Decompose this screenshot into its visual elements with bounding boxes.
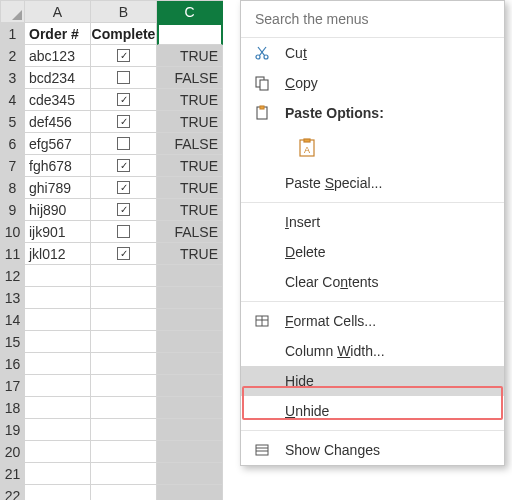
data-cell[interactable]: ijk901 (25, 221, 91, 243)
data-cell[interactable]: abc123 (25, 45, 91, 67)
data-cell[interactable]: TRUE (157, 177, 223, 199)
checkbox-icon[interactable]: ✓ (117, 159, 130, 172)
data-cell[interactable]: FALSE (157, 67, 223, 89)
checkbox-icon[interactable]: ✓ (117, 93, 130, 106)
paste-option-default[interactable]: A (241, 128, 504, 168)
select-all-corner[interactable] (1, 1, 25, 23)
empty-cell[interactable] (25, 287, 91, 309)
row-header[interactable]: 1 (1, 23, 25, 45)
menu-item-unhide[interactable]: Unhide (241, 396, 504, 426)
header-cell[interactable]: Order # (25, 23, 91, 45)
data-cell[interactable]: ghi789 (25, 177, 91, 199)
row-header[interactable]: 18 (1, 397, 25, 419)
checkbox-icon[interactable]: ✓ (117, 181, 130, 194)
empty-cell[interactable] (25, 463, 91, 485)
empty-cell[interactable] (91, 485, 157, 500)
empty-cell[interactable] (157, 485, 223, 500)
row-header[interactable]: 22 (1, 485, 25, 500)
data-cell[interactable]: efg567 (25, 133, 91, 155)
menu-item-show-changes[interactable]: Show Changes (241, 435, 504, 465)
empty-cell[interactable] (25, 353, 91, 375)
empty-cell[interactable] (25, 265, 91, 287)
data-cell[interactable]: bcd234 (25, 67, 91, 89)
checkbox-cell[interactable]: ✓ (91, 111, 157, 133)
checkbox-cell[interactable]: ✓ (91, 177, 157, 199)
checkbox-cell[interactable]: ✓ (91, 45, 157, 67)
checkbox-icon[interactable]: ✓ (117, 247, 130, 260)
empty-cell[interactable] (157, 353, 223, 375)
header-cell[interactable]: Complete (91, 23, 157, 45)
column-header[interactable]: C (157, 1, 223, 23)
row-header[interactable]: 21 (1, 463, 25, 485)
menu-item-paste-special[interactable]: Paste Special... (241, 168, 504, 198)
header-cell[interactable] (157, 23, 223, 45)
row-header[interactable]: 17 (1, 375, 25, 397)
row-header[interactable]: 3 (1, 67, 25, 89)
row-header[interactable]: 6 (1, 133, 25, 155)
row-header[interactable]: 10 (1, 221, 25, 243)
menu-item-format-cells[interactable]: Format Cells... (241, 306, 504, 336)
checkbox-icon[interactable] (117, 137, 130, 150)
column-header[interactable]: B (91, 1, 157, 23)
checkbox-cell[interactable]: ✓ (91, 243, 157, 265)
data-cell[interactable]: TRUE (157, 45, 223, 67)
checkbox-icon[interactable] (117, 225, 130, 238)
empty-cell[interactable] (91, 397, 157, 419)
empty-cell[interactable] (91, 309, 157, 331)
empty-cell[interactable] (91, 353, 157, 375)
data-cell[interactable]: TRUE (157, 111, 223, 133)
empty-cell[interactable] (25, 441, 91, 463)
empty-cell[interactable] (25, 375, 91, 397)
empty-cell[interactable] (25, 331, 91, 353)
checkbox-cell[interactable]: ✓ (91, 89, 157, 111)
menu-item-copy[interactable]: Copy (241, 68, 504, 98)
row-header[interactable]: 15 (1, 331, 25, 353)
checkbox-cell[interactable]: ✓ (91, 199, 157, 221)
menu-item-insert[interactable]: Insert (241, 207, 504, 237)
row-header[interactable]: 20 (1, 441, 25, 463)
checkbox-icon[interactable]: ✓ (117, 203, 130, 216)
checkbox-cell[interactable] (91, 67, 157, 89)
empty-cell[interactable] (157, 441, 223, 463)
empty-cell[interactable] (91, 375, 157, 397)
data-cell[interactable]: TRUE (157, 199, 223, 221)
row-header[interactable]: 11 (1, 243, 25, 265)
checkbox-icon[interactable]: ✓ (117, 49, 130, 62)
empty-cell[interactable] (157, 397, 223, 419)
checkbox-cell[interactable]: ✓ (91, 155, 157, 177)
menu-search-input[interactable] (253, 10, 492, 28)
row-header[interactable]: 16 (1, 353, 25, 375)
empty-cell[interactable] (157, 375, 223, 397)
data-cell[interactable]: TRUE (157, 243, 223, 265)
empty-cell[interactable] (91, 331, 157, 353)
row-header[interactable]: 13 (1, 287, 25, 309)
empty-cell[interactable] (157, 309, 223, 331)
menu-search[interactable] (241, 1, 504, 38)
row-header[interactable]: 12 (1, 265, 25, 287)
row-header[interactable]: 14 (1, 309, 25, 331)
empty-cell[interactable] (25, 485, 91, 500)
row-header[interactable]: 5 (1, 111, 25, 133)
column-header[interactable]: A (25, 1, 91, 23)
row-header[interactable]: 19 (1, 419, 25, 441)
spreadsheet-grid[interactable]: ABC1Order #Complete2abc123✓TRUE3bcd234FA… (0, 0, 223, 500)
row-header[interactable]: 8 (1, 177, 25, 199)
menu-item-column-width[interactable]: Column Width... (241, 336, 504, 366)
menu-item-delete[interactable]: Delete (241, 237, 504, 267)
empty-cell[interactable] (157, 331, 223, 353)
data-cell[interactable]: cde345 (25, 89, 91, 111)
checkbox-icon[interactable]: ✓ (117, 115, 130, 128)
empty-cell[interactable] (157, 463, 223, 485)
empty-cell[interactable] (157, 265, 223, 287)
row-header[interactable]: 2 (1, 45, 25, 67)
data-cell[interactable]: jkl012 (25, 243, 91, 265)
empty-cell[interactable] (91, 463, 157, 485)
row-header[interactable]: 7 (1, 155, 25, 177)
data-cell[interactable]: FALSE (157, 221, 223, 243)
empty-cell[interactable] (25, 419, 91, 441)
menu-item-hide[interactable]: Hide (241, 366, 504, 396)
checkbox-icon[interactable] (117, 71, 130, 84)
data-cell[interactable]: TRUE (157, 155, 223, 177)
data-cell[interactable]: hij890 (25, 199, 91, 221)
row-header[interactable]: 9 (1, 199, 25, 221)
